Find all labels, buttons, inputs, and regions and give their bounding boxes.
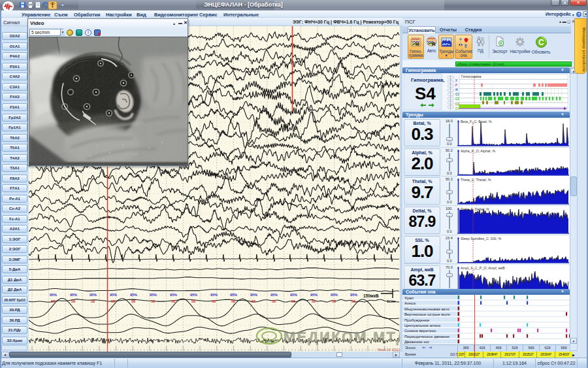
svg-text:AmpI_F_C_P_O; AmpI; мкВ: AmpI_F_C_P_O; AmpI; мкВ <box>461 265 505 269</box>
svg-text:58: 58 <box>51 299 55 303</box>
svg-text:95%: 95% <box>250 293 257 297</box>
svg-text:58: 58 <box>191 299 195 303</box>
svg-text:Сонное веретено: Сонное веретено <box>404 329 436 333</box>
svg-text:МЕДИКОМ МТД: МЕДИКОМ МТД <box>284 329 408 345</box>
svg-text:58: 58 <box>291 299 295 303</box>
svg-text:S4: S4 <box>415 84 436 103</box>
svg-text:Периодическое движени: Периодическое движени <box>404 335 449 339</box>
svg-text:95%: 95% <box>70 293 77 297</box>
svg-text:95%: 95% <box>150 293 157 297</box>
svg-text:С2: С2 <box>455 97 459 101</box>
svg-text:95%: 95% <box>350 293 357 297</box>
svg-text:58: 58 <box>151 299 155 303</box>
svg-text:Alpha_P_O; AlphaI; %: Alpha_P_O; AlphaI; % <box>461 148 496 152</box>
svg-text:58: 58 <box>312 299 316 303</box>
svg-text:Sleep Spindles_C; SSI; %: Sleep Spindles_C; SSI; % <box>461 236 502 240</box>
svg-text:Вертексные острые волн: Вертексные острые волн <box>404 312 450 316</box>
svg-text:С4: С4 <box>455 107 459 110</box>
svg-text:95%: 95% <box>50 293 57 297</box>
svg-text:95%: 95% <box>110 293 117 297</box>
svg-text:58: 58 <box>212 299 216 303</box>
svg-text:95%: 95% <box>230 293 237 297</box>
svg-text:95%: 95% <box>210 293 218 297</box>
svg-text:95%: 95% <box>331 293 338 297</box>
svg-text:C: C <box>538 38 544 47</box>
svg-text:58: 58 <box>332 299 336 303</box>
svg-text:Beta_F_C; BetaI; %: Beta_F_C; BetaI; % <box>461 120 492 124</box>
svg-text:Гипнограмма: Гипнограмма <box>461 75 482 78</box>
svg-text:95%: 95% <box>170 293 177 297</box>
svg-text:58: 58 <box>272 299 276 303</box>
svg-text:95%: 95% <box>270 293 278 297</box>
svg-text:М: М <box>455 88 458 92</box>
svg-text:58: 58 <box>231 299 235 303</box>
svg-text:Апноэ: Апноэ <box>404 301 416 305</box>
svg-text:58: 58 <box>131 299 135 303</box>
svg-text:Центральное апноэ: Центральное апноэ <box>404 324 440 327</box>
svg-text:Гипнограмма,: Гипнограмма, <box>411 77 444 83</box>
svg-text:58: 58 <box>91 299 95 303</box>
svg-text:95%: 95% <box>90 293 97 297</box>
svg-text:Движение ног: Движение ног <box>404 340 430 344</box>
svg-text:У: У <box>455 79 457 82</box>
svg-text:Delta_F; DeltaI; %: Delta_F; DeltaI; % <box>461 207 489 211</box>
svg-text:150мкВ: 150мкВ <box>363 293 379 298</box>
svg-text:С3: С3 <box>455 103 459 106</box>
svg-text:95%: 95% <box>290 293 297 297</box>
svg-text:Медленноволновая акти: Медленноволновая акти <box>404 307 449 311</box>
svg-text:58: 58 <box>351 299 355 303</box>
svg-text:Храп: Храп <box>404 296 414 300</box>
svg-text:Пробуждение: Пробуждение <box>404 318 430 322</box>
svg-text:M: M <box>416 42 419 46</box>
svg-text:95%: 95% <box>190 293 197 297</box>
svg-text:58: 58 <box>111 299 115 303</box>
svg-text:Theta_C; ThetaI; %: Theta_C; ThetaI; % <box>461 178 491 182</box>
svg-text:Р: Р <box>455 84 457 87</box>
svg-text:95%: 95% <box>310 293 318 297</box>
svg-text:95%: 95% <box>130 293 137 297</box>
svg-text:58: 58 <box>252 299 255 303</box>
svg-text:1сек: 1сек <box>387 299 395 303</box>
svg-text:R: R <box>432 41 436 47</box>
svg-text:58: 58 <box>171 299 175 303</box>
svg-text:С1: С1 <box>455 93 459 96</box>
svg-text:58: 58 <box>71 299 75 303</box>
